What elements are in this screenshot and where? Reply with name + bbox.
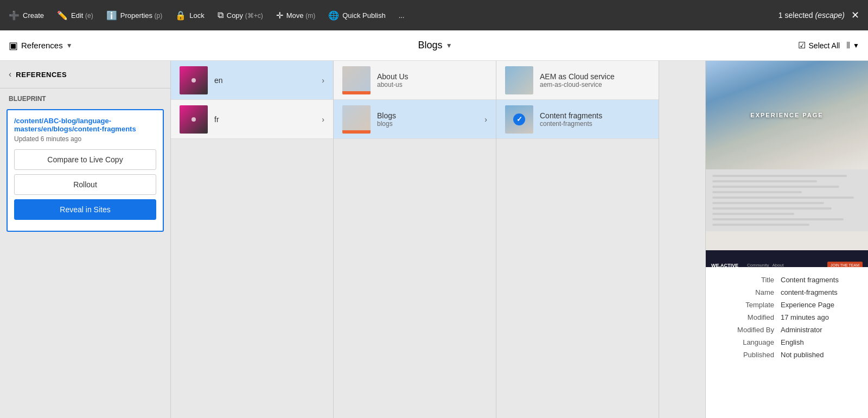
item-subtitle: content-fragments	[540, 120, 650, 128]
reveal-in-sites-button[interactable]: Reveal in Sites	[14, 199, 156, 220]
meta-name-row: Name content-fragments	[714, 288, 859, 296]
blueprint-updated: Updated 6 minutes ago	[14, 135, 156, 143]
list-item[interactable]: About Us about-us	[334, 61, 496, 100]
globe-icon: 🌐	[328, 10, 339, 21]
preview-bottom: WE.ACTIVE Community About JOIN THE TEAM	[706, 231, 868, 267]
lock-button[interactable]: 🔒 Lock	[175, 10, 204, 21]
meta-title-value: Content fragments	[781, 276, 839, 284]
columns-icon: ⦀	[846, 40, 851, 51]
list-item[interactable]: fr ›	[171, 100, 333, 139]
item-title: en	[214, 76, 315, 85]
preview-text-lines	[706, 169, 868, 231]
columns-area: en › fr › About Us about-us	[171, 61, 705, 418]
metadata: Title Content fragments Name content-fra…	[706, 267, 868, 418]
info-icon: ℹ️	[106, 10, 117, 21]
preview-panel: EXPERIENCE PAGE WE.ACTIVE	[705, 61, 868, 418]
item-thumbnail	[505, 66, 533, 94]
selected-count: 1 selected (escape)	[778, 11, 845, 20]
page-title: Blogs ▼	[73, 40, 798, 51]
back-button[interactable]: ‹	[9, 69, 11, 79]
quick-publish-button[interactable]: 🌐 Quick Publish	[328, 10, 385, 21]
rollout-button[interactable]: Rollout	[14, 174, 156, 195]
checkbox-icon: ☑	[798, 40, 806, 50]
item-title: Blogs	[377, 111, 478, 120]
main-content: ‹ REFERENCES BLUEPRINT /content/ABC-blog…	[0, 61, 868, 418]
secondary-toolbar: ▣ References ▼ Blogs ▼ ☑ Select All ⦀ ▼	[0, 30, 868, 61]
close-button[interactable]: ✕	[851, 9, 859, 21]
meta-published-row: Published Not published	[714, 351, 859, 359]
experience-label: EXPERIENCE PAGE	[750, 112, 823, 118]
panel-icon: ▣	[9, 40, 18, 52]
preview-cta: JOIN THE TEAM	[827, 262, 863, 267]
meta-modified-by-value: Administrator	[781, 326, 822, 334]
column-3: AEM as Cloud service aem-as-cloud-servic…	[496, 61, 659, 418]
item-subtitle: about-us	[377, 81, 487, 88]
preview-top: EXPERIENCE PAGE	[706, 61, 868, 169]
properties-button[interactable]: ℹ️ Properties (p)	[106, 10, 163, 21]
blueprint-path: /content/ABC-blog/language-masters/en/bl…	[14, 117, 156, 133]
title-chevron-icon: ▼	[446, 42, 452, 49]
item-thumbnail: ✓	[505, 105, 533, 134]
meta-modified-by-row: Modified By Administrator	[714, 326, 859, 334]
chevron-right-icon: ›	[322, 76, 324, 85]
meta-template-value: Experience Page	[781, 301, 834, 309]
chevron-right-icon: ›	[322, 115, 324, 124]
item-thumbnail	[180, 66, 208, 94]
item-thumbnail	[342, 66, 371, 94]
references-button[interactable]: ▣ References ▼	[9, 40, 73, 52]
right-controls: ☑ Select All ⦀ ▼	[798, 40, 859, 51]
columns-chevron-icon: ▼	[853, 42, 859, 49]
item-subtitle: blogs	[377, 120, 478, 128]
item-title: About Us	[377, 72, 487, 81]
move-button[interactable]: ✛ Move (m)	[276, 10, 315, 21]
meta-language-row: Language English	[714, 338, 859, 346]
item-thumbnail	[180, 105, 208, 134]
copy-icon: ⧉	[218, 10, 224, 20]
top-toolbar: ➕ Create ✏️ Edit (e) ℹ️ Properties (p) 🔒…	[0, 0, 868, 30]
meta-name-value: content-fragments	[781, 288, 838, 296]
create-icon: ➕	[9, 10, 20, 21]
meta-published-value: Not published	[781, 351, 824, 359]
meta-title-row: Title Content fragments	[714, 276, 859, 284]
blueprint-label: BLUEPRINT	[0, 88, 170, 105]
preview-dark-bar: WE.ACTIVE Community About JOIN THE TEAM	[706, 250, 868, 267]
preview-image: EXPERIENCE PAGE WE.ACTIVE	[706, 61, 868, 267]
meta-template-row: Template Experience Page	[714, 301, 859, 309]
toolbar-right: 1 selected (escape) ✕	[778, 9, 859, 21]
list-item[interactable]: en ›	[171, 61, 333, 100]
move-icon: ✛	[276, 10, 283, 21]
more-button[interactable]: ...	[399, 11, 405, 20]
meta-modified-value: 17 minutes ago	[781, 313, 829, 321]
meta-language-value: English	[781, 338, 804, 346]
chevron-right-icon: ›	[484, 115, 487, 124]
references-panel: ‹ REFERENCES BLUEPRINT /content/ABC-blog…	[0, 61, 171, 418]
item-title: fr	[214, 115, 315, 124]
create-button[interactable]: ➕ Create	[9, 10, 44, 21]
column-1: en › fr ›	[171, 61, 334, 418]
item-title: AEM as Cloud service	[540, 72, 650, 81]
columns-view-button[interactable]: ⦀ ▼	[846, 40, 859, 51]
edit-button[interactable]: ✏️ Edit (e)	[57, 10, 93, 21]
list-item[interactable]: ✓ Content fragments content-fragments	[496, 100, 659, 139]
references-chevron-icon: ▼	[66, 42, 73, 49]
column-2: About Us about-us Blogs blogs ›	[334, 61, 496, 418]
lock-icon: 🔒	[175, 10, 186, 21]
item-subtitle: aem-as-cloud-service	[540, 81, 650, 88]
meta-modified-row: Modified 17 minutes ago	[714, 313, 859, 321]
compare-to-live-copy-button[interactable]: Compare to Live Copy	[14, 149, 156, 170]
preview-logo: WE.ACTIVE	[711, 263, 738, 268]
list-item[interactable]: Blogs blogs ›	[334, 100, 496, 139]
select-all-button[interactable]: ☑ Select All	[798, 40, 840, 50]
item-thumbnail	[342, 105, 371, 134]
edit-icon: ✏️	[57, 10, 68, 21]
item-title: Content fragments	[540, 111, 650, 120]
list-item[interactable]: AEM as Cloud service aem-as-cloud-servic…	[496, 61, 659, 100]
panel-header: ‹ REFERENCES	[0, 61, 170, 88]
copy-button[interactable]: ⧉ Copy (⌘+c)	[218, 10, 263, 20]
blueprint-item: /content/ABC-blog/language-masters/en/bl…	[7, 109, 164, 232]
